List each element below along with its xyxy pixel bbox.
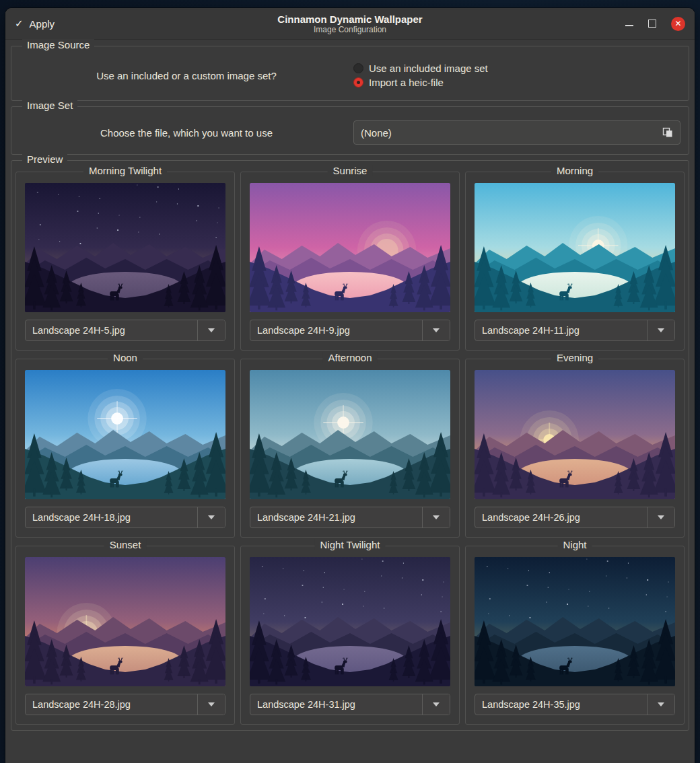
minimize-icon[interactable] (625, 25, 633, 26)
preview-tile: Sunset Landscape 24H-28.jpg (15, 546, 235, 725)
preview-grid: Morning Twilight Landscape 24H-5.jpg Sun… (15, 172, 685, 725)
image-select-value[interactable]: Landscape 24H-26.jpg (475, 507, 647, 528)
app-window: ✓ Apply Cinnamon Dynamic Wallpaper Image… (5, 8, 695, 763)
radio-option-0[interactable]: Use an included image set (353, 63, 680, 74)
preview-tile: Night Landscape 24H-35.jpg (465, 546, 685, 725)
preview-tile: Morning Twilight Landscape 24H-5.jpg (15, 172, 235, 351)
radio-option-1[interactable]: Import a heic-file (353, 77, 680, 88)
preview-legend: Preview (22, 153, 67, 165)
preview-tile: Sunrise Landscape 24H-9.jpg (240, 172, 460, 351)
image-select-value[interactable]: Landscape 24H-31.jpg (250, 694, 422, 715)
image-source-radio-group: Use an included image setImport a heic-f… (353, 60, 680, 91)
image-select-value[interactable]: Landscape 24H-35.jpg (475, 694, 647, 715)
image-set-label: Choose the file, which you want to use (20, 127, 353, 139)
dropdown-arrow-icon[interactable] (197, 320, 225, 340)
image-select-combobox[interactable]: Landscape 24H-21.jpg (250, 507, 450, 528)
wallpaper-preview-image (250, 370, 450, 499)
preview-tile: Morning Landscape 24H-11.jpg (465, 172, 685, 351)
preview-tile-title: Sunset (104, 539, 147, 550)
image-select-combobox[interactable]: Landscape 24H-35.jpg (475, 694, 675, 715)
image-set-frame: Image Set Choose the file, which you wan… (11, 106, 689, 155)
image-source-legend: Image Source (22, 39, 94, 50)
check-icon: ✓ (15, 17, 24, 30)
close-icon[interactable]: ✕ (671, 17, 685, 31)
dropdown-arrow-icon[interactable] (647, 320, 674, 340)
preview-tile-title: Morning Twilight (83, 165, 167, 176)
preview-tile-title: Night (557, 539, 592, 550)
wallpaper-preview-image (25, 370, 225, 499)
radio-label: Use an included image set (369, 63, 488, 74)
image-select-combobox[interactable]: Landscape 24H-5.jpg (25, 320, 225, 341)
image-select-combobox[interactable]: Landscape 24H-11.jpg (475, 320, 675, 341)
dropdown-arrow-icon[interactable] (197, 507, 225, 528)
image-select-value[interactable]: Landscape 24H-9.jpg (250, 320, 422, 340)
window-title: Cinnamon Dynamic Wallpaper (277, 13, 422, 25)
dropdown-arrow-icon[interactable] (197, 694, 225, 715)
file-chooser-value: (None) (361, 127, 392, 139)
file-chooser-button[interactable]: (None) (353, 120, 680, 145)
preview-frame: Preview Morning Twilight Landscape 24H-5… (11, 160, 689, 731)
wallpaper-preview-image (250, 557, 450, 686)
image-source-question: Use an included or a custom image set? (20, 70, 353, 81)
preview-tile: Evening Landscape 24H-26.jpg (465, 359, 685, 538)
image-source-frame: Image Source Use an included or a custom… (11, 46, 689, 101)
image-select-value[interactable]: Landscape 24H-21.jpg (250, 507, 422, 528)
image-set-legend: Image Set (22, 100, 77, 111)
image-set-row: Choose the file, which you want to use (… (11, 107, 689, 154)
image-select-value[interactable]: Landscape 24H-18.jpg (26, 507, 197, 528)
apply-button[interactable]: ✓ Apply (15, 17, 55, 30)
preview-tile: Noon Landscape 24H-18.jpg (15, 359, 235, 538)
radio-label: Import a heic-file (369, 77, 444, 88)
maximize-icon[interactable] (648, 20, 656, 28)
window-controls: ✕ (625, 17, 685, 31)
image-select-combobox[interactable]: Landscape 24H-31.jpg (250, 694, 450, 715)
wallpaper-preview-image (25, 557, 225, 686)
preview-tile-title: Morning (551, 165, 598, 176)
preview-tile-title: Evening (551, 352, 598, 363)
radio-icon[interactable] (353, 63, 363, 73)
image-select-combobox[interactable]: Landscape 24H-28.jpg (25, 694, 225, 715)
image-select-value[interactable]: Landscape 24H-11.jpg (475, 320, 647, 340)
radio-icon[interactable] (353, 77, 363, 87)
wallpaper-preview-image (475, 557, 675, 686)
wallpaper-preview-image (475, 183, 675, 312)
preview-tile-title: Night Twilight (315, 539, 386, 550)
wallpaper-preview-image (475, 370, 675, 499)
image-select-combobox[interactable]: Landscape 24H-26.jpg (475, 507, 675, 528)
wallpaper-preview-image (250, 183, 450, 312)
dropdown-arrow-icon[interactable] (422, 694, 450, 715)
dropdown-arrow-icon[interactable] (422, 320, 450, 340)
image-select-combobox[interactable]: Landscape 24H-9.jpg (250, 320, 450, 341)
documents-icon (662, 127, 673, 138)
preview-tile: Afternoon Landscape 24H-21.jpg (240, 359, 460, 538)
image-source-row: Use an included or a custom image set? U… (11, 46, 689, 100)
wallpaper-preview-image (25, 183, 225, 312)
dropdown-arrow-icon[interactable] (647, 694, 674, 715)
settings-content: Image Source Use an included or a custom… (5, 40, 695, 740)
image-select-value[interactable]: Landscape 24H-5.jpg (26, 320, 197, 340)
dropdown-arrow-icon[interactable] (422, 507, 450, 528)
preview-tile-title: Sunrise (328, 165, 373, 176)
titlebar-titles: Cinnamon Dynamic Wallpaper Image Configu… (5, 8, 695, 39)
preview-tile-title: Noon (108, 352, 143, 363)
titlebar: ✓ Apply Cinnamon Dynamic Wallpaper Image… (5, 8, 695, 40)
window-subtitle: Image Configuration (314, 25, 386, 34)
image-select-combobox[interactable]: Landscape 24H-18.jpg (25, 507, 225, 528)
preview-tile-title: Afternoon (322, 352, 377, 363)
image-select-value[interactable]: Landscape 24H-28.jpg (26, 694, 197, 715)
preview-tile: Night Twilight Landscape 24H-31.jpg (240, 546, 460, 725)
dropdown-arrow-icon[interactable] (647, 507, 674, 528)
apply-button-label: Apply (30, 18, 55, 30)
